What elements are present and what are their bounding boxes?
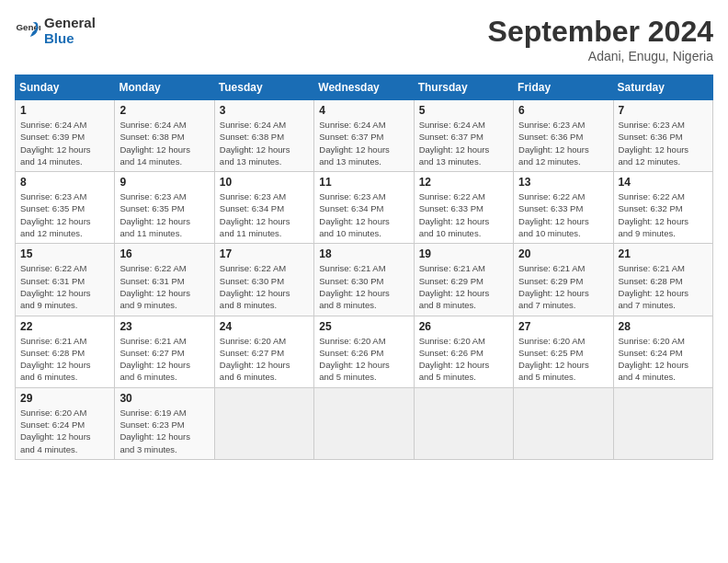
day-info: Sunrise: 6:20 AMSunset: 6:25 PMDaylight:…	[518, 335, 608, 384]
day-info: Sunrise: 6:20 AMSunset: 6:26 PMDaylight:…	[419, 335, 508, 384]
calendar-cell: 14Sunrise: 6:22 AMSunset: 6:32 PMDayligh…	[613, 172, 712, 244]
day-info: Sunrise: 6:24 AMSunset: 6:37 PMDaylight:…	[419, 119, 508, 167]
day-number: 2	[119, 104, 209, 117]
day-info: Sunrise: 6:20 AMSunset: 6:24 PMDaylight:…	[20, 407, 109, 455]
calendar-cell: 25Sunrise: 6:20 AMSunset: 6:26 PMDayligh…	[314, 316, 414, 387]
day-number: 17	[220, 247, 309, 260]
day-number: 14	[619, 176, 708, 189]
logo-icon: General	[15, 17, 40, 43]
calendar-cell: 3Sunrise: 6:24 AMSunset: 6:38 PMDaylight…	[214, 100, 313, 172]
day-info: Sunrise: 6:22 AMSunset: 6:30 PMDaylight:…	[220, 262, 309, 311]
calendar-cell: 27Sunrise: 6:20 AMSunset: 6:25 PMDayligh…	[514, 316, 613, 387]
col-header-friday: Friday	[514, 75, 613, 100]
day-number: 13	[518, 176, 608, 189]
day-number: 29	[20, 392, 109, 405]
calendar-table: SundayMondayTuesdayWednesdayThursdayFrid…	[15, 75, 713, 460]
day-number: 28	[619, 320, 708, 333]
day-number: 23	[119, 320, 209, 333]
location: Adani, Enugu, Nigeria	[488, 49, 713, 63]
day-info: Sunrise: 6:21 AMSunset: 6:29 PMDaylight:…	[419, 262, 508, 311]
day-info: Sunrise: 6:23 AMSunset: 6:34 PMDaylight:…	[220, 190, 309, 239]
calendar-cell: 10Sunrise: 6:23 AMSunset: 6:34 PMDayligh…	[214, 172, 313, 244]
calendar-cell: 12Sunrise: 6:22 AMSunset: 6:33 PMDayligh…	[414, 172, 513, 244]
calendar-cell: 4Sunrise: 6:24 AMSunset: 6:37 PMDaylight…	[314, 100, 414, 172]
day-info: Sunrise: 6:19 AMSunset: 6:23 PMDaylight:…	[119, 407, 209, 455]
day-info: Sunrise: 6:20 AMSunset: 6:26 PMDaylight:…	[319, 335, 408, 384]
calendar-cell	[613, 387, 712, 459]
day-number: 16	[119, 247, 209, 260]
title-block: September 2024 Adani, Enugu, Nigeria	[488, 15, 713, 63]
calendar-cell: 18Sunrise: 6:21 AMSunset: 6:30 PMDayligh…	[314, 244, 414, 316]
calendar-cell: 26Sunrise: 6:20 AMSunset: 6:26 PMDayligh…	[414, 316, 513, 387]
calendar-cell: 1Sunrise: 6:24 AMSunset: 6:39 PMDaylight…	[16, 100, 115, 172]
day-number: 19	[419, 247, 508, 260]
calendar-cell: 21Sunrise: 6:21 AMSunset: 6:28 PMDayligh…	[613, 244, 712, 316]
day-info: Sunrise: 6:24 AMSunset: 6:37 PMDaylight:…	[319, 119, 408, 167]
calendar-week-row: 22Sunrise: 6:21 AMSunset: 6:28 PMDayligh…	[16, 316, 713, 387]
page-header: General General Blue September 2024 Adan…	[15, 15, 713, 63]
day-number: 12	[419, 176, 508, 189]
day-info: Sunrise: 6:23 AMSunset: 6:36 PMDaylight:…	[619, 119, 708, 167]
day-number: 4	[319, 104, 408, 117]
day-info: Sunrise: 6:24 AMSunset: 6:38 PMDaylight:…	[119, 119, 209, 167]
day-number: 20	[518, 247, 608, 260]
calendar-cell: 23Sunrise: 6:21 AMSunset: 6:27 PMDayligh…	[115, 316, 214, 387]
logo: General General Blue	[15, 15, 96, 46]
calendar-cell	[214, 387, 313, 459]
day-number: 10	[220, 176, 309, 189]
logo-blue: Blue	[44, 30, 96, 46]
day-number: 5	[419, 104, 508, 117]
calendar-cell: 30Sunrise: 6:19 AMSunset: 6:23 PMDayligh…	[115, 387, 214, 459]
calendar-week-row: 29Sunrise: 6:20 AMSunset: 6:24 PMDayligh…	[16, 387, 713, 459]
day-info: Sunrise: 6:21 AMSunset: 6:30 PMDaylight:…	[319, 262, 408, 311]
calendar-cell	[514, 387, 613, 459]
day-number: 25	[319, 320, 408, 333]
day-number: 26	[419, 320, 508, 333]
calendar-cell: 19Sunrise: 6:21 AMSunset: 6:29 PMDayligh…	[414, 244, 513, 316]
calendar-cell: 6Sunrise: 6:23 AMSunset: 6:36 PMDaylight…	[514, 100, 613, 172]
day-info: Sunrise: 6:22 AMSunset: 6:31 PMDaylight:…	[20, 262, 109, 311]
day-number: 27	[518, 320, 608, 333]
day-number: 11	[319, 176, 408, 189]
day-info: Sunrise: 6:21 AMSunset: 6:29 PMDaylight:…	[518, 262, 608, 311]
day-info: Sunrise: 6:22 AMSunset: 6:33 PMDaylight:…	[419, 190, 508, 239]
calendar-cell: 22Sunrise: 6:21 AMSunset: 6:28 PMDayligh…	[16, 316, 115, 387]
day-info: Sunrise: 6:23 AMSunset: 6:36 PMDaylight:…	[518, 119, 608, 167]
day-number: 8	[20, 176, 109, 189]
calendar-cell: 28Sunrise: 6:20 AMSunset: 6:24 PMDayligh…	[613, 316, 712, 387]
day-number: 18	[319, 247, 408, 260]
day-number: 21	[619, 247, 708, 260]
calendar-cell: 13Sunrise: 6:22 AMSunset: 6:33 PMDayligh…	[514, 172, 613, 244]
calendar-week-row: 8Sunrise: 6:23 AMSunset: 6:35 PMDaylight…	[16, 172, 713, 244]
day-number: 6	[518, 104, 608, 117]
day-number: 7	[619, 104, 708, 117]
day-info: Sunrise: 6:23 AMSunset: 6:35 PMDaylight:…	[119, 190, 209, 239]
calendar-cell: 17Sunrise: 6:22 AMSunset: 6:30 PMDayligh…	[214, 244, 313, 316]
calendar-cell: 29Sunrise: 6:20 AMSunset: 6:24 PMDayligh…	[16, 387, 115, 459]
day-info: Sunrise: 6:20 AMSunset: 6:27 PMDaylight:…	[220, 335, 309, 384]
day-number: 9	[119, 176, 209, 189]
calendar-cell: 16Sunrise: 6:22 AMSunset: 6:31 PMDayligh…	[115, 244, 214, 316]
col-header-sunday: Sunday	[16, 75, 115, 100]
calendar-week-row: 1Sunrise: 6:24 AMSunset: 6:39 PMDaylight…	[16, 100, 713, 172]
day-info: Sunrise: 6:23 AMSunset: 6:35 PMDaylight:…	[20, 190, 109, 239]
calendar-cell: 7Sunrise: 6:23 AMSunset: 6:36 PMDaylight…	[613, 100, 712, 172]
day-number: 24	[220, 320, 309, 333]
col-header-thursday: Thursday	[414, 75, 513, 100]
day-info: Sunrise: 6:21 AMSunset: 6:27 PMDaylight:…	[119, 335, 209, 384]
col-header-wednesday: Wednesday	[314, 75, 414, 100]
day-number: 1	[20, 104, 109, 117]
col-header-saturday: Saturday	[613, 75, 712, 100]
day-info: Sunrise: 6:23 AMSunset: 6:34 PMDaylight:…	[319, 190, 408, 239]
col-header-tuesday: Tuesday	[214, 75, 313, 100]
logo-general: General	[44, 15, 96, 30]
calendar-cell	[414, 387, 513, 459]
day-info: Sunrise: 6:24 AMSunset: 6:38 PMDaylight:…	[220, 119, 309, 167]
month-title: September 2024	[488, 15, 713, 49]
day-info: Sunrise: 6:21 AMSunset: 6:28 PMDaylight:…	[619, 262, 708, 311]
day-number: 15	[20, 247, 109, 260]
day-info: Sunrise: 6:22 AMSunset: 6:32 PMDaylight:…	[619, 190, 708, 239]
day-info: Sunrise: 6:22 AMSunset: 6:31 PMDaylight:…	[119, 262, 209, 311]
calendar-cell	[314, 387, 414, 459]
calendar-cell: 15Sunrise: 6:22 AMSunset: 6:31 PMDayligh…	[16, 244, 115, 316]
